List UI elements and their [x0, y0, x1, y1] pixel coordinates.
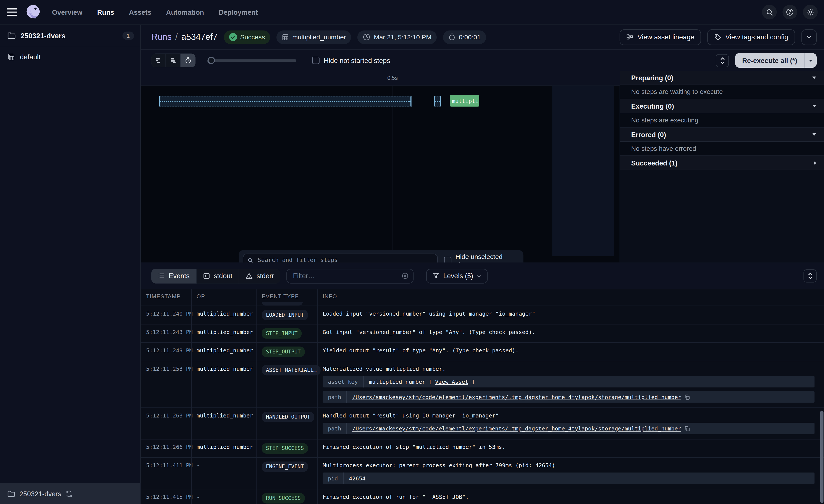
event-type-cell: STEP_SUCCESS	[256, 439, 318, 458]
tab-stdout[interactable]: stdout	[196, 269, 239, 283]
chevron-up-icon	[808, 272, 813, 276]
timestamp-cell: 5:12:11.249 PM	[141, 343, 191, 358]
help-button[interactable]	[783, 5, 797, 19]
view-tags-config-button[interactable]: View tags and config	[708, 29, 795, 45]
op-cell: multiplied_number	[191, 306, 256, 321]
path-link[interactable]: /Users/smackesey/stm/code/elementl/exper…	[352, 425, 681, 432]
nav-item-runs[interactable]: Runs	[97, 8, 114, 16]
slider-track[interactable]	[207, 59, 296, 62]
chevron-down-icon	[720, 60, 725, 64]
column-header-info: INFO	[317, 293, 824, 299]
column-header-timestamp: TIMESTAMP	[141, 293, 191, 299]
asset-group-icon	[7, 53, 15, 60]
timestamp-cell: 5:12:11.243 PM	[141, 325, 191, 339]
stopwatch-icon	[448, 33, 456, 41]
event-row: 5:12:11.249 PMmultiplied_numberSTEP_OUTP…	[141, 343, 824, 361]
status-section-header[interactable]: Errored (0)	[620, 128, 824, 142]
metadata-row: path/Users/smackesey/stm/code/elementl/e…	[323, 423, 815, 434]
view-mode-waterfall-button[interactable]	[166, 54, 181, 67]
event-type-cell: RUN_SUCCESS	[256, 489, 318, 504]
sidebar-asset-group[interactable]: default	[0, 47, 140, 66]
event-row: 5:12:11.411 PM-ENGINE_EVENTMultiprocess …	[141, 458, 824, 490]
vertical-scrollbar-thumb[interactable]	[820, 410, 824, 503]
status-section-header[interactable]: Succeeded (1)	[620, 156, 824, 170]
selection-column	[552, 86, 614, 256]
dagster-logo[interactable]	[25, 4, 41, 20]
sidebar-code-location[interactable]: 250321-dvers 1	[0, 25, 140, 47]
timestamp-cell: 5:12:11.266 PM	[141, 439, 191, 454]
slider-thumb[interactable]	[208, 57, 215, 64]
view-asset-lineage-button[interactable]: View asset lineage	[620, 29, 701, 45]
log-filter-input[interactable]	[292, 271, 398, 280]
asset-tag[interactable]: multiplied_number	[277, 30, 351, 44]
check-icon	[229, 33, 237, 41]
expand-logs-button[interactable]	[803, 269, 817, 282]
caret-down-icon	[811, 76, 817, 80]
waiting-bar-segment[interactable]	[434, 96, 441, 107]
event-type-badge: LOADED_INPUT	[262, 310, 308, 321]
settings-button[interactable]	[803, 5, 818, 19]
log-table: TIMESTAMP OP EVENT TYPE INFO 5:12:11.240…	[141, 289, 824, 504]
more-actions-button[interactable]	[802, 29, 817, 45]
search-button[interactable]	[762, 5, 777, 19]
status-section-header[interactable]: Executing (0)	[620, 99, 824, 114]
info-cell: Handled output "result" using IO manager…	[317, 408, 824, 439]
event-type-cell: LOADED_INPUT	[256, 306, 318, 324]
view-mode-flat-button[interactable]	[151, 54, 166, 67]
copy-icon[interactable]	[684, 425, 690, 431]
hide-not-started-control[interactable]: Hide not started steps	[312, 56, 390, 64]
reexecute-caret-button[interactable]	[804, 53, 817, 68]
log-filter-box[interactable]	[287, 269, 414, 283]
chevron-down-icon	[806, 34, 812, 40]
sidebar-footer[interactable]: 250321-dvers	[0, 483, 140, 504]
nav-item-assets[interactable]: Assets	[129, 8, 151, 16]
breadcrumb-runs-link[interactable]: Runs	[151, 32, 172, 42]
view-mode-timed-button[interactable]	[181, 54, 196, 67]
status-section-message: No steps are waiting to execute	[631, 88, 723, 96]
status-section-header[interactable]: Preparing (0)	[620, 71, 824, 85]
status-section-title: Succeeded (1)	[631, 159, 678, 166]
levels-dropdown[interactable]: Levels (5)	[426, 269, 488, 283]
top-nav: OverviewRunsAssetsAutomationDeployment	[0, 0, 824, 25]
copy-icon[interactable]	[684, 394, 690, 400]
op-cell: multiplied_number	[191, 361, 256, 376]
metadata-value: /Users/smackesey/stm/code/elementl/exper…	[347, 423, 815, 434]
step-bar-multiplied-number[interactable]: multipli…	[450, 95, 479, 106]
info-text: Finished execution of step "multiplied_n…	[323, 443, 815, 451]
info-text: Multiprocess executor: parent process ex…	[323, 462, 815, 469]
view-asset-link[interactable]: View Asset	[435, 378, 468, 385]
reexecute-all-button[interactable]: Re-execute all (*)	[735, 53, 804, 68]
timestamp-cell: 5:12:11.415 PM	[141, 489, 191, 504]
nav-item-automation[interactable]: Automation	[166, 8, 204, 16]
event-type-badge: STEP_INPUT	[262, 328, 302, 339]
info-text: Got input "versioned_number" of type "An…	[323, 328, 815, 336]
info-text: Yielded output "result" of type "Any". (…	[323, 347, 815, 354]
path-link[interactable]: /Users/smackesey/stm/code/elementl/exper…	[352, 393, 681, 401]
event-type-badge: ENGINE_EVENT	[262, 462, 308, 472]
gantt-zone: 0.5s multipli… Hide	[141, 71, 824, 263]
clear-filter-icon[interactable]	[401, 272, 409, 280]
hide-not-started-checkbox[interactable]	[312, 57, 320, 64]
event-type-badge: ASSET_MATERIALI…	[262, 365, 321, 376]
status-section-title: Executing (0)	[631, 102, 674, 110]
nav-item-overview[interactable]: Overview	[52, 8, 82, 16]
nav-item-deployment[interactable]: Deployment	[219, 8, 258, 16]
op-cell: multiplied_number	[191, 408, 256, 423]
run-header-actions: View asset lineage View tags and config	[620, 29, 817, 45]
zoom-slider[interactable]	[207, 54, 296, 67]
info-cell: Multiprocess executor: parent process ex…	[317, 458, 824, 489]
info-text: Materialized value multiplied_number.	[323, 365, 815, 372]
metadata-value: 42654	[343, 473, 815, 484]
expand-gantt-button[interactable]	[716, 54, 729, 67]
funnel-icon	[433, 272, 440, 279]
log-toolbar: Events stdout stderr	[141, 263, 824, 289]
metadata-value: multiplied_number [View Asset]	[364, 376, 815, 387]
nav-actions	[762, 5, 818, 19]
tab-events[interactable]: Events	[151, 269, 196, 283]
hamburger-menu-button[interactable]	[7, 6, 18, 18]
waiting-bar[interactable]	[159, 96, 411, 107]
metadata-key: asset_key	[323, 376, 364, 387]
event-row-partial	[141, 302, 824, 306]
tab-stderr[interactable]: stderr	[239, 269, 280, 283]
gantt-chart: 0.5s multipli… Hide	[141, 71, 620, 263]
